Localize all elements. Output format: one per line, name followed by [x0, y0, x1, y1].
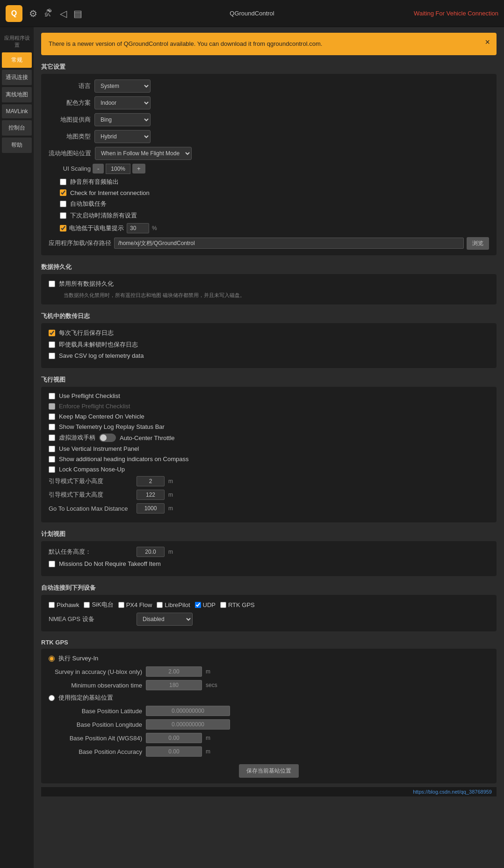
battery-unit: % [152, 225, 157, 231]
enforce-preflight-label: Enforce Preflight Checklist [59, 403, 130, 410]
fly-view-box: Use Preflight Checklist Enforce Prefligh… [41, 387, 497, 522]
clear-settings-checkbox[interactable] [60, 212, 66, 219]
sik-checkbox[interactable] [84, 602, 90, 608]
sidebar-item-comm[interactable]: 通讯连接 [2, 70, 32, 85]
keep-map-checkbox[interactable] [49, 413, 55, 420]
moving-map-row: 流动地图站位置 When in Follow Me Flight Mode [49, 147, 489, 160]
guide-max-input[interactable] [137, 490, 165, 500]
gear-icon[interactable]: ⚙ [29, 8, 37, 19]
goto-max-input[interactable] [137, 503, 165, 514]
map-type-select[interactable]: Hybrid [94, 130, 151, 143]
pixhawk-label: Pixhawk [57, 601, 79, 608]
lock-compass-label: Lock Compass Nose-Up [59, 466, 125, 473]
save-when-disarmed-checkbox[interactable] [49, 341, 55, 348]
battery-input[interactable] [127, 223, 149, 233]
latitude-input[interactable] [146, 706, 230, 716]
obs-time-row: Minimum observation time secs [49, 680, 489, 690]
sidebar-item-console[interactable]: 控制台 [2, 120, 32, 136]
telemetry-log-box: 每次飞行后保存日志 即使载具未解锁时也保存日志 Save CSV log of … [41, 323, 497, 368]
obs-time-unit: secs [206, 682, 217, 688]
browse-button[interactable]: 浏览 [467, 237, 489, 250]
udp-checkbox[interactable] [195, 602, 201, 608]
accuracy2-input[interactable] [146, 746, 202, 757]
librepilot-checkbox[interactable] [157, 602, 163, 608]
goto-max-label: Go To Location Max Distance [49, 505, 133, 512]
accuracy-input[interactable] [146, 666, 202, 677]
language-select[interactable]: System [94, 80, 151, 93]
enforce-preflight-checkbox[interactable] [49, 403, 55, 410]
ui-scaling-minus-button[interactable]: - [93, 164, 104, 174]
auto-center-toggle[interactable] [99, 434, 116, 442]
no-takeoff-row: Missions Do Not Require Takeoff Item [49, 560, 489, 567]
autoload-checkbox[interactable] [60, 201, 66, 207]
guide-min-unit: m [168, 478, 173, 485]
nmea-select[interactable]: Disabled [137, 613, 193, 626]
map-provider-row: 地图提供商 Bing [49, 113, 489, 126]
default-altitude-input[interactable] [137, 547, 165, 557]
nmea-label: NMEA GPS 设备 [49, 615, 133, 623]
latitude-row: Base Position Latitude [49, 706, 489, 716]
sidebar-item-offline-maps[interactable]: 离线地图 [2, 87, 32, 102]
doc-icon[interactable]: ▤ [73, 8, 82, 19]
rtk-gps-checkbox[interactable] [220, 602, 226, 608]
lock-compass-checkbox[interactable] [49, 466, 55, 473]
notification-close-button[interactable]: × [485, 37, 490, 47]
sidebar-item-general[interactable]: 常规 [2, 52, 32, 68]
mute-checkbox[interactable] [60, 179, 66, 185]
map-type-label: 地图类型 [49, 132, 91, 141]
ui-scaling-plus-button[interactable]: + [132, 164, 145, 174]
clear-settings-row: 下次启动时清除所有设置 [60, 211, 489, 220]
sidebar-item-help[interactable]: 帮助 [2, 137, 32, 153]
sidebar-item-mavlink[interactable]: MAVLink [2, 104, 32, 118]
guide-min-input[interactable] [137, 476, 165, 486]
disable-persistence-checkbox[interactable] [49, 281, 55, 287]
footer-link[interactable]: https://blog.csdn.net/qq_38768959 [413, 789, 492, 795]
app-logo[interactable]: Q [6, 5, 22, 22]
px4flow-item: PX4 Flow [118, 601, 152, 608]
color-scheme-label: 配色方案 [49, 99, 91, 107]
preflight-row: Use Preflight Checklist [49, 392, 489, 399]
map-provider-select[interactable]: Bing [94, 113, 151, 126]
moving-map-select[interactable]: When in Follow Me Flight Mode [95, 147, 192, 160]
drone-icon[interactable]: ⛐ [44, 8, 53, 19]
save-base-button[interactable]: 保存当前基站位置 [239, 764, 299, 778]
notification-message: There is a newer version of QGroundContr… [49, 40, 322, 47]
save-csv-checkbox[interactable] [49, 353, 55, 359]
telemetry-replay-checkbox[interactable] [49, 424, 55, 430]
goto-max-unit: m [168, 505, 173, 512]
use-base-radio[interactable] [49, 695, 55, 701]
alt-label: Base Position Alt (WGS84) [49, 735, 142, 742]
clear-settings-label: 下次启动时清除所有设置 [70, 211, 137, 220]
px4flow-checkbox[interactable] [118, 602, 124, 608]
keep-map-row: Keep Map Centered On Vehicle [49, 413, 489, 420]
longitude-input[interactable] [146, 719, 230, 730]
vertical-instrument-checkbox[interactable] [49, 446, 55, 452]
path-input[interactable] [114, 238, 464, 249]
alt-unit: m [206, 735, 210, 741]
preflight-checkbox[interactable] [49, 393, 55, 399]
obs-time-input[interactable] [146, 680, 202, 690]
logo-letter: Q [11, 9, 17, 18]
color-scheme-select[interactable]: Indoor [94, 96, 151, 109]
alt-input[interactable] [146, 733, 202, 743]
pixhawk-item: Pixhawk [49, 601, 79, 608]
guide-min-row: 引导模式下最小高度 m [49, 476, 489, 486]
heading-indicators-checkbox[interactable] [49, 456, 55, 463]
survey-in-radio[interactable] [49, 656, 55, 662]
battery-checkbox[interactable] [60, 225, 66, 231]
pixhawk-checkbox[interactable] [49, 602, 55, 608]
nmea-row: NMEA GPS 设备 Disabled [49, 613, 489, 626]
virtual-gamepad-row: 虚拟游戏手柄 Auto-Center Throttle [49, 434, 489, 442]
internet-checkbox[interactable] [60, 189, 66, 196]
udp-label: UDP [203, 601, 216, 608]
app-title: QGroundControl [230, 10, 274, 17]
save-after-each-checkbox[interactable] [49, 330, 55, 336]
plan-view-box: 默认任务高度： m Missions Do Not Require Takeof… [41, 541, 497, 576]
heading-indicators-row: Show additional heading indicators on Co… [49, 456, 489, 463]
guide-max-unit: m [168, 492, 173, 498]
topbar-left-icons: Q ⚙ ⛐ ◁ ▤ [6, 5, 82, 22]
send-icon[interactable]: ◁ [60, 8, 67, 19]
no-takeoff-checkbox[interactable] [49, 561, 55, 567]
virtual-gamepad-checkbox[interactable] [49, 434, 55, 441]
keep-map-label: Keep Map Centered On Vehicle [59, 413, 144, 420]
